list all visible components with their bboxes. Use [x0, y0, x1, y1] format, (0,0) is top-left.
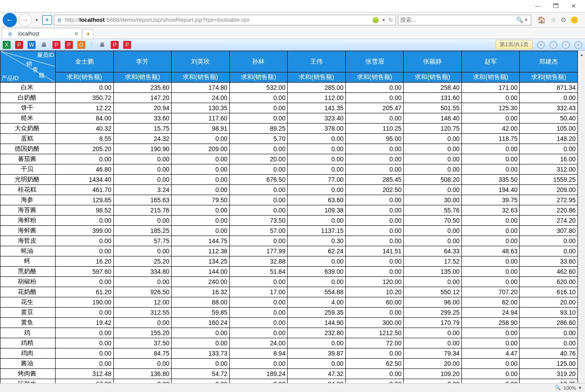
search-box[interactable]: 🔍 ▾	[398, 15, 531, 25]
ie-favicon-icon: e	[56, 16, 63, 24]
export-pdf2-icon[interactable]: P	[52, 41, 60, 49]
nav-forward-button[interactable]: →	[19, 13, 32, 27]
favorites-icon[interactable]: ☆	[550, 16, 556, 24]
page-indicator: 第1页/共1页	[496, 40, 533, 49]
settings-icon[interactable]: ⚙	[561, 16, 566, 24]
tab-favicon-icon: e	[7, 30, 14, 37]
home-icon[interactable]: 🏠	[537, 16, 546, 24]
browser-tools: 🏠 ☆ ⚙ 🙂	[533, 16, 582, 24]
nav-back-button[interactable]: ←	[3, 13, 17, 27]
export-pdf-icon[interactable]: P	[15, 41, 23, 49]
print-icon[interactable]: 🖶	[40, 41, 48, 49]
refresh-button[interactable]: ↻	[389, 17, 393, 23]
window-close-button[interactable]: ✕	[565, 1, 582, 11]
security-indicator-icon	[373, 17, 379, 23]
url-box[interactable]: e http://localhost:6868/demo/reportJsp/s…	[54, 15, 396, 25]
url-input[interactable]: http://localhost:6868/demo/reportJsp/sho…	[65, 15, 370, 25]
url-actions: ▾ ↻	[370, 17, 396, 23]
export-pdf5-icon[interactable]: P	[123, 41, 131, 49]
print2-icon[interactable]: 🖶	[98, 41, 106, 49]
window-maximize-button[interactable]: 🗖	[547, 1, 565, 11]
page-prev-button[interactable]: ‹	[549, 41, 557, 49]
nav-history-dropdown[interactable]: ▾	[34, 17, 40, 22]
tab-title: localhost	[18, 31, 39, 37]
feedback-icon[interactable]: 🙂	[571, 16, 578, 24]
window-titlebar: — 🗖 ✕	[0, 0, 585, 12]
search-icon[interactable]: 🔍	[514, 16, 523, 23]
address-bar: ← → ▾ ＋ e http://localhost:6868/demo/rep…	[0, 12, 585, 28]
url-path: :6868/demo/reportJsp/showReport.jsp?rpx=…	[105, 16, 250, 23]
export-presentation-icon[interactable]: O	[77, 41, 85, 49]
search-input[interactable]	[400, 16, 514, 23]
tab-localhost[interactable]: e localhost ✕	[2, 28, 82, 39]
page-last-button[interactable]: »	[574, 41, 582, 49]
new-tab-button[interactable]: ✦	[83, 29, 93, 39]
search-dropdown-icon[interactable]: ▾	[523, 17, 529, 22]
add-site-button[interactable]: ＋	[42, 15, 52, 25]
tab-bar: e localhost ✕ ✦	[0, 28, 585, 39]
export-pdf3-icon[interactable]: P	[65, 41, 73, 49]
report-toolbar: X P W 🖶 P P O 🖶 P P 第1页/共1页 « ‹ › »	[0, 39, 585, 51]
export-word-icon[interactable]: W	[28, 41, 36, 49]
tab-close-button[interactable]: ✕	[74, 31, 79, 37]
page-next-button[interactable]: ›	[562, 41, 570, 49]
url-protocol: http://	[65, 16, 80, 23]
url-dropdown-icon[interactable]: ▾	[382, 17, 385, 23]
page-first-button[interactable]: «	[537, 41, 545, 49]
url-host: localhost	[80, 16, 105, 23]
toolbar-separator	[92, 41, 92, 49]
export-pdf4-icon[interactable]: P	[111, 41, 119, 49]
window-minimize-button[interactable]: —	[529, 1, 547, 11]
export-excel-icon[interactable]: X	[3, 41, 11, 49]
